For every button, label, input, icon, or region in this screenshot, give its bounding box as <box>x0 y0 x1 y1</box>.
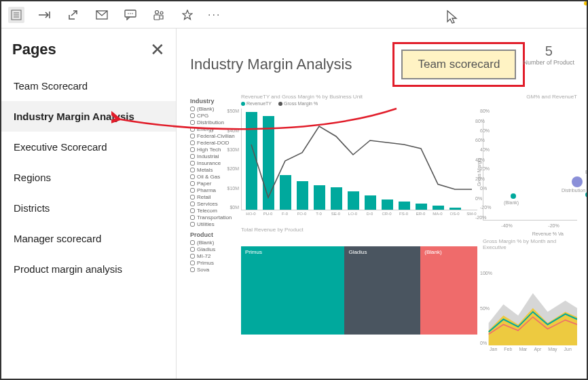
treemap-chart[interactable]: PrimusGladius(Blank) <box>241 246 477 335</box>
star-icon[interactable] <box>179 7 196 23</box>
svg-point-11 <box>155 10 159 14</box>
pages-sidebar: Pages ✕ Team Scorecard Industry Margin A… <box>1 28 177 379</box>
industry-filter-header: Industry <box>190 98 236 104</box>
kpi-value: 5 <box>523 43 574 59</box>
scatter-x-axis: -40%-20% <box>483 223 577 228</box>
y-axis-left: $50M$40M$30M$20M$10M$0M <box>223 109 239 210</box>
nav-item-product-margin[interactable]: Product margin analysis <box>1 254 176 284</box>
combo-chart-legend: RevenueTY Gross Margin % <box>241 101 477 106</box>
treemap-title: Total Revenue by Product <box>241 227 477 233</box>
combo-chart[interactable]: $50M$40M$30M$20M$10M$0M 80%60%40%20%0%-2… <box>241 109 477 210</box>
product-filter-item[interactable]: Primus <box>190 260 236 266</box>
sidebar-title: Pages <box>12 41 56 58</box>
nav-item-regions[interactable]: Regions <box>1 162 176 193</box>
report-title: Industry Margin Analysis <box>190 56 352 73</box>
product-filter-item[interactable]: (Blank) <box>190 240 236 246</box>
scatter-chart[interactable]: 80%60%40%20%0%-20% Gross Margin (Blank) … <box>483 119 577 221</box>
teams-icon[interactable] <box>151 7 167 23</box>
svg-point-9 <box>130 13 131 14</box>
nav-item-industry-margin[interactable]: Industry Margin Analysis <box>1 101 176 132</box>
svg-point-10 <box>132 13 133 14</box>
scatter-x-label: Revenue % Va <box>532 231 564 236</box>
nav-item-manager-scorecard[interactable]: Manager scorecard <box>1 223 176 254</box>
top-toolbar: ··· <box>1 1 587 28</box>
area-x-axis: JanFebMarAprMayJun <box>490 347 577 352</box>
kpi-label: Number of Product <box>523 59 574 66</box>
mail-icon[interactable] <box>94 7 110 23</box>
svg-point-8 <box>128 13 129 14</box>
area-chart-title: Gross Margin % by Month and Executive <box>483 238 577 250</box>
team-scorecard-button[interactable]: Team scorecard <box>401 50 516 79</box>
close-icon[interactable]: ✕ <box>150 41 165 58</box>
industry-filter-item[interactable]: Utilities <box>190 221 236 227</box>
nav-item-team-scorecard[interactable]: Team Scorecard <box>1 71 176 101</box>
kpi-card: 5 Number of Product <box>523 43 574 66</box>
product-filter-item[interactable]: Sova <box>190 267 236 273</box>
industry-filter-item[interactable]: Transportation <box>190 214 236 221</box>
file-menu-button[interactable] <box>8 7 24 23</box>
svg-point-12 <box>160 12 163 14</box>
report-canvas: Industry Margin Analysis Team scorecard … <box>177 28 587 379</box>
more-button[interactable]: ··· <box>208 9 221 21</box>
combo-chart-title: RevenueTY and Gross Margin % by Business… <box>241 94 477 100</box>
scatter-title: GM% and RevenueT <box>483 94 577 100</box>
product-filter-item[interactable]: Gladius <box>190 246 236 252</box>
chat-icon[interactable] <box>122 7 139 23</box>
nav-item-executive-scorecard[interactable]: Executive Scorecard <box>1 132 176 162</box>
share-icon[interactable] <box>65 7 81 23</box>
annotation-highlight-box: Team scorecard <box>392 42 525 87</box>
svg-rect-13 <box>154 15 160 20</box>
x-axis-categories: HO-0PU-0F-0FO-0T-0SE-0LO-0D-0CR-0FS-0ER-… <box>245 212 477 216</box>
export-icon[interactable] <box>37 7 53 23</box>
notification-dot <box>584 1 588 5</box>
scatter-y-label: Gross Margin <box>477 157 481 186</box>
product-filter-item[interactable]: MI-72 <box>190 253 236 259</box>
svg-marker-14 <box>183 10 192 20</box>
area-chart[interactable]: 100%50%0% <box>483 271 577 345</box>
product-filter-header: Product <box>190 231 236 238</box>
nav-item-districts[interactable]: Districts <box>1 193 176 223</box>
area-y-axis: 100%50%0% <box>480 271 492 345</box>
